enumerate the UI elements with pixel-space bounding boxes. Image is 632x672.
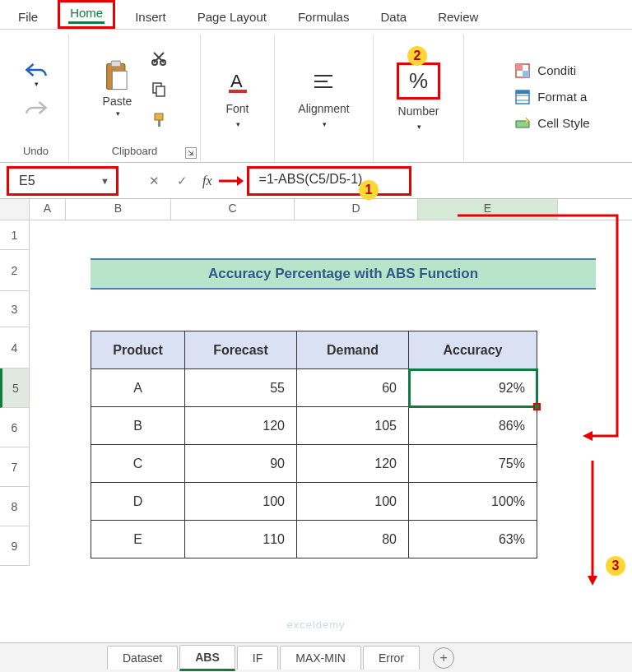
row-header-1[interactable]: 1 — [0, 220, 30, 250]
cell-d8[interactable]: 100 — [297, 483, 409, 521]
conditional-label: Conditi — [537, 63, 576, 77]
menu-tab-bar: File Home Insert Page Layout Formulas Da… — [0, 0, 632, 30]
sheet-tab-error[interactable]: Error — [363, 646, 420, 670]
cells-area[interactable]: Accuracy Percentage with ABS Function Pr… — [30, 220, 632, 566]
group-undo: ▾ Undo — [3, 35, 69, 162]
cell-b9[interactable]: E — [91, 521, 185, 558]
formula-input[interactable]: =1-ABS(C5/D5-1) — [247, 166, 411, 196]
col-header-b[interactable]: B — [66, 199, 171, 220]
th-accuracy[interactable]: Accuracy — [409, 331, 537, 369]
column-header-row: A B C D E — [0, 199, 632, 220]
font-button[interactable]: A — [221, 66, 255, 97]
svg-rect-1 — [111, 61, 120, 67]
row-header-2[interactable]: 2 — [0, 250, 30, 291]
cell-b5[interactable]: A — [91, 369, 185, 407]
table-row: C 90 120 75% — [91, 445, 537, 483]
group-styles: Conditi Format a Cell Style — [464, 35, 629, 162]
row-header-9[interactable]: 9 — [0, 526, 30, 566]
cell-d5[interactable]: 60 — [297, 369, 409, 407]
cell-d7[interactable]: 120 — [297, 445, 409, 483]
cell-e5[interactable]: 92% — [409, 369, 537, 407]
row-header-7[interactable]: 7 — [0, 447, 30, 487]
cell-c9[interactable]: 110 — [185, 521, 297, 558]
cell-c5[interactable]: 55 — [185, 369, 297, 407]
row-header-4[interactable]: 4 — [0, 327, 30, 368]
cell-e6[interactable]: 86% — [409, 407, 537, 445]
table-row: A 55 60 92% — [91, 369, 537, 407]
percent-style-button[interactable]: % — [397, 63, 440, 100]
th-product[interactable]: Product — [91, 331, 185, 369]
group-undo-label: Undo — [23, 145, 49, 157]
group-clipboard: Paste ▾ Clipboard ⇲ — [69, 35, 201, 162]
svg-rect-6 — [156, 86, 165, 96]
col-header-c[interactable]: C — [171, 199, 295, 220]
row-header-5[interactable]: 5 — [0, 368, 30, 408]
cut-button[interactable] — [146, 46, 172, 69]
highlight-home: Home — [58, 0, 115, 29]
svg-marker-24 — [588, 576, 597, 586]
tab-review[interactable]: Review — [426, 5, 490, 29]
cell-c7[interactable]: 90 — [185, 445, 297, 483]
th-demand[interactable]: Demand — [297, 331, 409, 369]
undo-button[interactable]: ▾ — [20, 58, 53, 91]
callout-3: 3 — [606, 556, 625, 576]
callout-1: 1 — [359, 180, 379, 200]
cell-d9[interactable]: 80 — [297, 521, 409, 558]
add-sheet-button[interactable]: + — [433, 647, 454, 669]
chevron-down-icon[interactable]: ▼ — [100, 176, 109, 186]
clipboard-dialog-launcher[interactable]: ⇲ — [185, 147, 197, 159]
sheet-tab-maxmin[interactable]: MAX-MIN — [280, 646, 361, 670]
tab-page-layout[interactable]: Page Layout — [186, 5, 278, 29]
name-box[interactable]: E5 ▼ — [7, 166, 118, 196]
sheet-tab-bar: Dataset ABS IF MAX-MIN Error + — [0, 642, 632, 672]
cell-c6[interactable]: 120 — [185, 407, 297, 445]
select-all-corner[interactable] — [0, 199, 30, 220]
sheet-tab-if[interactable]: IF — [237, 646, 278, 670]
group-clipboard-label: Clipboard — [112, 145, 158, 157]
redo-button[interactable] — [20, 96, 53, 119]
cell-styles-button[interactable]: Cell Style — [514, 115, 589, 132]
tab-file[interactable]: File — [7, 5, 49, 29]
tab-home[interactable]: Home — [68, 4, 105, 24]
row-header-3[interactable]: 3 — [0, 291, 30, 327]
data-table: Product Forecast Demand Accuracy A 55 60… — [91, 331, 537, 558]
cell-b6[interactable]: B — [91, 407, 185, 445]
svg-rect-14 — [516, 64, 523, 71]
tab-insert[interactable]: Insert — [123, 5, 178, 29]
cell-c8[interactable]: 100 — [185, 483, 297, 521]
alignment-button[interactable] — [306, 66, 341, 97]
tab-formulas[interactable]: Formulas — [286, 5, 361, 29]
svg-rect-9 — [229, 90, 247, 93]
th-forecast[interactable]: Forecast — [185, 331, 297, 369]
fill-handle[interactable] — [533, 403, 541, 410]
col-header-a[interactable]: A — [30, 199, 66, 220]
col-header-d[interactable]: D — [295, 199, 418, 220]
format-painter-button[interactable] — [146, 109, 172, 132]
copy-button[interactable] — [146, 77, 172, 100]
paste-button[interactable]: Paste ▾ — [98, 57, 137, 121]
group-font: A Font ▾ — [201, 35, 275, 162]
conditional-formatting-button[interactable]: Conditi — [514, 63, 576, 79]
row-header-8[interactable]: 8 — [0, 487, 30, 526]
col-header-e[interactable]: E — [418, 199, 558, 220]
cell-b7[interactable]: C — [91, 445, 185, 483]
sheet-tab-dataset[interactable]: Dataset — [107, 646, 178, 670]
fx-icon[interactable]: fx — [199, 174, 216, 188]
cell-e8[interactable]: 100% — [409, 483, 537, 521]
cell-d6[interactable]: 105 — [297, 407, 409, 445]
row-header-col: 1 2 3 4 5 6 7 8 9 — [0, 220, 30, 566]
cell-e7[interactable]: 75% — [409, 445, 537, 483]
table-row: E 110 80 63% — [91, 521, 537, 558]
cell-b8[interactable]: D — [91, 483, 185, 521]
svg-rect-15 — [523, 71, 529, 77]
cancel-formula-button[interactable]: ✕ — [143, 170, 165, 192]
grid-body: 1 2 3 4 5 6 7 8 9 Accuracy Percentage wi… — [0, 220, 632, 566]
svg-rect-19 — [516, 90, 529, 94]
sheet-tab-abs[interactable]: ABS — [179, 645, 235, 671]
ribbon: ▾ Undo Paste ▾ Clipboard ⇲ — [0, 30, 632, 163]
tab-data[interactable]: Data — [369, 5, 418, 29]
accept-formula-button[interactable]: ✓ — [171, 170, 193, 192]
row-header-6[interactable]: 6 — [0, 408, 30, 447]
cell-e9[interactable]: 63% — [409, 521, 537, 558]
format-as-table-button[interactable]: Format a — [514, 89, 587, 105]
